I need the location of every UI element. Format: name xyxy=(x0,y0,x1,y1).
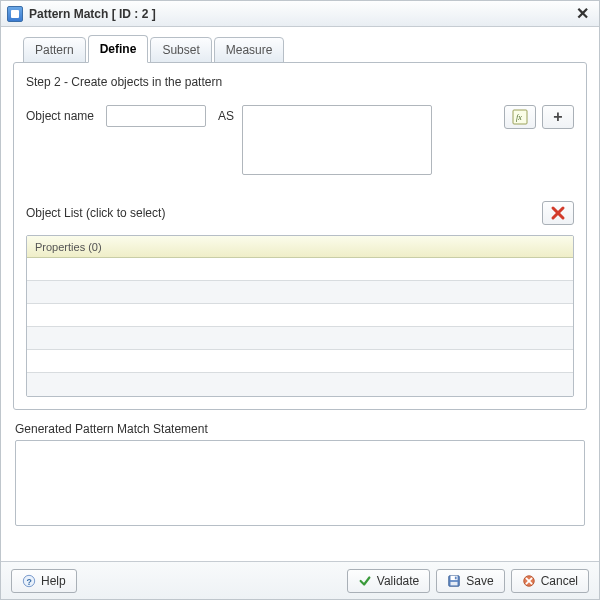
svg-text:?: ? xyxy=(27,576,32,586)
table-row[interactable] xyxy=(27,350,573,373)
window-title: Pattern Match [ ID : 2 ] xyxy=(29,7,156,21)
fx-button[interactable]: fx xyxy=(504,105,536,129)
delete-button[interactable] xyxy=(542,201,574,225)
save-icon xyxy=(447,574,461,588)
as-input[interactable] xyxy=(242,105,432,175)
properties-table-header[interactable]: Properties (0) xyxy=(27,236,573,258)
add-button[interactable]: + xyxy=(542,105,574,129)
save-button-label: Save xyxy=(466,574,493,588)
generated-statement-box xyxy=(15,440,585,526)
validate-button[interactable]: Validate xyxy=(347,569,430,593)
tab-measure[interactable]: Measure xyxy=(214,37,285,63)
svg-rect-8 xyxy=(455,576,457,579)
content-area: Pattern Define Subset Measure Step 2 - C… xyxy=(1,27,599,561)
delete-icon xyxy=(550,205,566,221)
object-name-input[interactable] xyxy=(106,105,206,127)
dialog-window: Pattern Match [ ID : 2 ] ✕ Pattern Defin… xyxy=(0,0,600,600)
define-panel: Step 2 - Create objects in the pattern O… xyxy=(13,62,587,410)
table-row[interactable] xyxy=(27,258,573,281)
fx-icon: fx xyxy=(512,109,528,125)
tab-bar: Pattern Define Subset Measure xyxy=(1,27,599,63)
check-icon xyxy=(358,574,372,588)
step-title: Step 2 - Create objects in the pattern xyxy=(26,75,574,89)
help-icon: ? xyxy=(22,574,36,588)
table-row[interactable] xyxy=(27,304,573,327)
object-name-label: Object name xyxy=(26,105,106,123)
properties-column-header: Properties (0) xyxy=(35,241,102,253)
table-row[interactable] xyxy=(27,373,573,396)
svg-text:fx: fx xyxy=(516,113,522,122)
app-icon xyxy=(7,6,23,22)
tab-define[interactable]: Define xyxy=(88,35,149,63)
plus-icon: + xyxy=(553,109,562,125)
cancel-button[interactable]: Cancel xyxy=(511,569,589,593)
save-button[interactable]: Save xyxy=(436,569,504,593)
cancel-icon xyxy=(522,574,536,588)
close-icon[interactable]: ✕ xyxy=(572,6,593,22)
generated-label: Generated Pattern Match Statement xyxy=(15,422,585,436)
as-label: AS xyxy=(218,105,242,123)
button-bar: ? Help Validate Save xyxy=(1,561,599,599)
table-row[interactable] xyxy=(27,281,573,304)
tab-subset[interactable]: Subset xyxy=(150,37,211,63)
validate-button-label: Validate xyxy=(377,574,419,588)
table-row[interactable] xyxy=(27,327,573,350)
object-list-header: Object List (click to select) xyxy=(26,201,574,225)
object-form-row: Object name AS fx + xyxy=(26,105,574,175)
svg-rect-9 xyxy=(451,581,458,585)
title-bar: Pattern Match [ ID : 2 ] ✕ xyxy=(1,1,599,27)
object-list-title: Object List (click to select) xyxy=(26,206,165,220)
cancel-button-label: Cancel xyxy=(541,574,578,588)
help-button[interactable]: ? Help xyxy=(11,569,77,593)
help-button-label: Help xyxy=(41,574,66,588)
properties-table: Properties (0) xyxy=(26,235,574,397)
tab-pattern[interactable]: Pattern xyxy=(23,37,86,63)
